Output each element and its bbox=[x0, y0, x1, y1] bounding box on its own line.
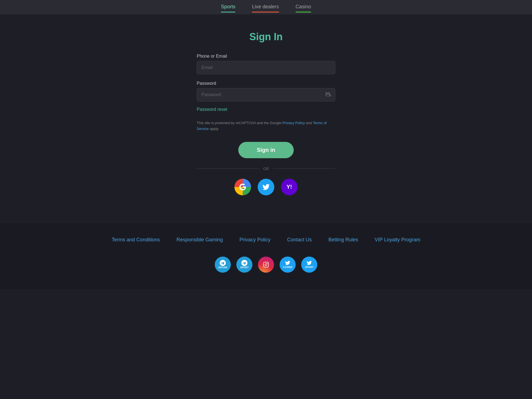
social-login-options: Y! bbox=[197, 179, 335, 195]
nav-item-casino[interactable]: Casino bbox=[296, 4, 311, 11]
toggle-password-icon[interactable] bbox=[325, 92, 331, 98]
svg-point-1 bbox=[265, 264, 267, 265]
nav-item-sports[interactable]: Sports bbox=[221, 4, 235, 11]
password-label: Password bbox=[197, 81, 335, 86]
footer-telegram-grand-button[interactable]: GRAND bbox=[215, 257, 231, 273]
or-divider: OR bbox=[197, 167, 335, 171]
svg-rect-0 bbox=[264, 262, 268, 267]
email-label: Phone or Email bbox=[197, 54, 335, 59]
yahoo-login-button[interactable]: Y! bbox=[281, 179, 298, 195]
footer-socials: GRAND SPORT CASINO SPORT bbox=[0, 257, 532, 273]
svg-point-2 bbox=[267, 263, 268, 264]
footer-telegram-sport-label: SPORT bbox=[240, 266, 249, 269]
footer-vip-link[interactable]: VIP Loyalty Program bbox=[375, 237, 420, 243]
email-input[interactable] bbox=[197, 61, 335, 74]
privacy-policy-link[interactable]: Privacy Policy bbox=[282, 121, 305, 125]
recaptcha-notice: This site is protected by reCAPTCHA and … bbox=[197, 120, 335, 132]
footer-twitter-casino-button[interactable]: CASINO bbox=[280, 257, 296, 273]
twitter-login-button[interactable] bbox=[258, 179, 274, 195]
footer-twitter-casino-label: CASINO bbox=[283, 266, 292, 269]
footer-twitter-sport-label: SPORT bbox=[305, 266, 313, 269]
nav-item-live-dealers[interactable]: Live dealers bbox=[252, 4, 279, 11]
footer-contact-link[interactable]: Contact Us bbox=[287, 237, 312, 243]
footer-links: Terms and Conditions Responsible Gaming … bbox=[0, 237, 532, 243]
footer-telegram-grand-label: GRAND bbox=[218, 266, 227, 269]
password-input[interactable] bbox=[197, 88, 335, 101]
password-field-wrapper bbox=[197, 88, 335, 101]
terms-of-service-link[interactable]: Terms of Service bbox=[197, 121, 327, 131]
password-reset-link[interactable]: Password reset bbox=[197, 107, 227, 112]
footer-telegram-sport-button[interactable]: SPORT bbox=[236, 257, 252, 273]
footer-twitter-sport-button[interactable]: SPORT bbox=[301, 257, 317, 273]
signin-button[interactable]: Sign in bbox=[238, 142, 294, 158]
signin-form: Phone or Email Password Password reset T… bbox=[197, 54, 335, 223]
footer-privacy-link[interactable]: Privacy Policy bbox=[239, 237, 270, 243]
footer-instagram-button[interactable] bbox=[258, 257, 274, 273]
main-content: Sign In Phone or Email Password Password… bbox=[0, 14, 532, 223]
footer-terms-link[interactable]: Terms and Conditions bbox=[112, 237, 160, 243]
top-navigation: Sports Live dealers Casino bbox=[0, 0, 532, 14]
footer: Terms and Conditions Responsible Gaming … bbox=[0, 223, 532, 289]
footer-responsible-gaming-link[interactable]: Responsible Gaming bbox=[177, 237, 223, 243]
page-title: Sign In bbox=[249, 31, 283, 43]
footer-betting-rules-link[interactable]: Betting Rules bbox=[328, 237, 358, 243]
google-login-button[interactable] bbox=[234, 179, 251, 195]
